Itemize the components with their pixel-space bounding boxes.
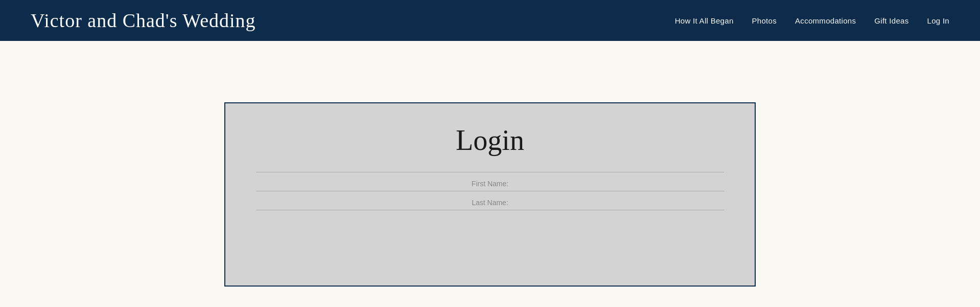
main-nav: How It All Began Photos Accommodations G… bbox=[675, 16, 949, 25]
site-header: Victor and Chad's Wedding How It All Beg… bbox=[0, 0, 980, 41]
nav-photos[interactable]: Photos bbox=[752, 16, 777, 25]
first-name-field-wrapper bbox=[256, 172, 724, 191]
first-name-input[interactable] bbox=[256, 172, 724, 191]
login-card: Login bbox=[224, 102, 756, 287]
nav-accommodations[interactable]: Accommodations bbox=[795, 16, 856, 25]
nav-gift-ideas[interactable]: Gift Ideas bbox=[874, 16, 908, 25]
nav-log-in[interactable]: Log In bbox=[927, 16, 949, 25]
nav-how-it-all-began[interactable]: How It All Began bbox=[675, 16, 734, 25]
site-title: Victor and Chad's Wedding bbox=[31, 9, 256, 32]
last-name-input[interactable] bbox=[256, 191, 724, 210]
main-content: Login bbox=[0, 41, 980, 307]
login-title: Login bbox=[456, 124, 524, 157]
last-name-field-wrapper bbox=[256, 191, 724, 210]
